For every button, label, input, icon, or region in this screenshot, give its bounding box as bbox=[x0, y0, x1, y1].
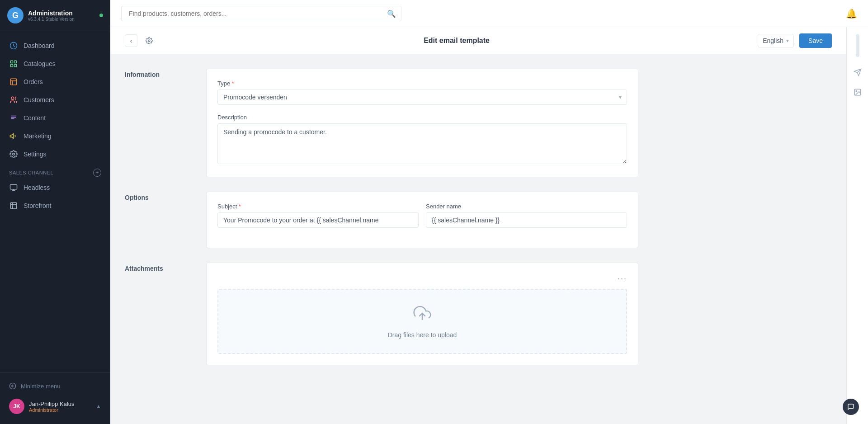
upload-cloud-icon bbox=[413, 304, 431, 326]
image-icon[interactable] bbox=[849, 84, 866, 100]
dashboard-icon bbox=[9, 41, 18, 50]
minimize-menu-button[interactable]: Minimize menu bbox=[0, 378, 110, 394]
svg-rect-9 bbox=[10, 184, 17, 189]
options-label: Options bbox=[125, 194, 149, 201]
type-label: Type * bbox=[217, 80, 627, 87]
save-button[interactable]: Save bbox=[799, 33, 832, 48]
sidebar-item-content[interactable]: Content bbox=[0, 109, 110, 127]
catalogues-icon bbox=[9, 59, 18, 68]
customers-icon bbox=[9, 95, 18, 104]
svg-rect-2 bbox=[14, 61, 17, 63]
storefront-icon bbox=[9, 201, 18, 210]
minimize-icon bbox=[9, 382, 16, 390]
avatar-initials: JK bbox=[13, 403, 20, 410]
settings-icon bbox=[9, 150, 18, 159]
information-section-wrapper: Information Type * Promocode versenden ▾ bbox=[110, 54, 653, 192]
attachments-label-col: Attachments bbox=[125, 263, 206, 365]
user-profile[interactable]: JK Jan-Philipp Kalus Administrator ▲ bbox=[0, 394, 110, 419]
sidebar-item-orders-label: Orders bbox=[24, 78, 43, 85]
sender-name-input[interactable] bbox=[426, 212, 627, 228]
attachments-section-wrapper: Attachments ··· Drag files here to uploa… bbox=[110, 263, 653, 380]
type-form-group: Type * Promocode versenden ▾ bbox=[217, 80, 627, 105]
sidebar-item-marketing[interactable]: Marketing bbox=[0, 127, 110, 145]
information-label-col: Information bbox=[125, 69, 206, 177]
back-button[interactable]: ‹ bbox=[125, 34, 137, 47]
headless-icon bbox=[9, 183, 18, 192]
options-grid: Subject * Sender name bbox=[217, 203, 627, 237]
svg-rect-10 bbox=[10, 203, 17, 209]
content-icon bbox=[9, 113, 18, 122]
sender-name-label: Sender name bbox=[426, 203, 627, 210]
user-role: Administrator bbox=[29, 407, 91, 413]
sidebar-item-marketing-label: Marketing bbox=[24, 132, 51, 140]
sidebar-item-catalogues[interactable]: Catalogues bbox=[0, 55, 110, 73]
brand-info: Administration v6.3.4.1 Stable Version bbox=[28, 9, 75, 22]
sidebar-item-customers[interactable]: Customers bbox=[0, 91, 110, 109]
notification-bell-icon[interactable]: 🔔 bbox=[846, 8, 857, 19]
marketing-icon bbox=[9, 132, 18, 141]
description-form-group: Description Sending a promocode to a cus… bbox=[217, 114, 627, 166]
settings-gear-button[interactable] bbox=[143, 34, 156, 47]
options-card: Subject * Sender name bbox=[206, 192, 638, 248]
sidebar-item-content-label: Content bbox=[24, 114, 46, 122]
type-required: * bbox=[232, 80, 234, 87]
svg-point-17 bbox=[856, 90, 857, 91]
page-header: ‹ Edit email template English ▾ Save bbox=[110, 27, 846, 54]
sidebar-item-settings-label: Settings bbox=[24, 151, 47, 158]
sidebar-header: G Administration v6.3.4.1 Stable Version bbox=[0, 0, 110, 31]
options-section-wrapper: Options Subject * Sender name bbox=[110, 192, 653, 263]
page-title: Edit email template bbox=[161, 37, 752, 45]
dropzone-text: Drag files here to upload bbox=[388, 331, 457, 339]
minimize-label: Minimize menu bbox=[21, 383, 60, 390]
type-select-wrapper: Promocode versenden ▾ bbox=[217, 90, 627, 105]
sidebar-item-settings[interactable]: Settings bbox=[0, 145, 110, 163]
information-card: Type * Promocode versenden ▾ Description… bbox=[206, 69, 638, 177]
avatar: JK bbox=[9, 399, 24, 414]
brand-name: Administration bbox=[28, 9, 75, 17]
attachments-more-button[interactable]: ··· bbox=[618, 274, 627, 283]
sidebar-item-headless[interactable]: Headless bbox=[0, 179, 110, 197]
logo-icon: G bbox=[7, 7, 24, 24]
gear-icon bbox=[146, 37, 153, 44]
sidebar-nav: Dashboard Catalogues Orders Customers Co… bbox=[0, 31, 110, 372]
attachments-label: Attachments bbox=[125, 265, 163, 272]
language-label: English bbox=[763, 37, 783, 44]
subject-form-group: Subject * bbox=[217, 203, 419, 228]
options-label-col: Options bbox=[125, 192, 206, 248]
sidebar-item-orders[interactable]: Orders bbox=[0, 73, 110, 91]
attachments-header: ··· bbox=[217, 274, 627, 283]
svg-rect-1 bbox=[10, 61, 13, 63]
user-chevron-icon: ▲ bbox=[96, 403, 101, 410]
subject-input[interactable] bbox=[217, 212, 419, 228]
main-layout: 🔍 🔔 ‹ Edit email template English ▾ Save bbox=[110, 0, 868, 424]
sidebar-item-storefront[interactable]: Storefront bbox=[0, 197, 110, 215]
sidebar-item-dashboard[interactable]: Dashboard bbox=[0, 37, 110, 55]
language-chevron-icon: ▾ bbox=[786, 38, 789, 44]
send-icon[interactable] bbox=[849, 64, 866, 80]
sidebar: G Administration v6.3.4.1 Stable Version… bbox=[0, 0, 110, 424]
corner-help-icon[interactable] bbox=[843, 399, 859, 415]
svg-rect-5 bbox=[10, 79, 17, 85]
svg-rect-3 bbox=[10, 65, 13, 67]
search-input[interactable] bbox=[121, 6, 401, 21]
add-sales-channel-button[interactable]: + bbox=[93, 169, 101, 177]
online-status-dot bbox=[99, 14, 103, 17]
search-icon: 🔍 bbox=[387, 9, 396, 18]
sender-name-form-group: Sender name bbox=[426, 203, 627, 237]
topbar-right: 🔔 bbox=[846, 8, 857, 19]
sales-channel-section: Sales Channel + bbox=[0, 163, 110, 179]
subject-required: * bbox=[239, 203, 241, 210]
type-select[interactable]: Promocode versenden bbox=[217, 90, 627, 105]
sidebar-footer: Minimize menu JK Jan-Philipp Kalus Admin… bbox=[0, 372, 110, 424]
scrollable-content: ‹ Edit email template English ▾ Save Inf… bbox=[110, 27, 846, 424]
sidebar-item-customers-label: Customers bbox=[24, 96, 54, 104]
attachments-card: ··· Drag files here to upload bbox=[206, 263, 638, 365]
description-textarea[interactable]: Sending a promocode to a customer. bbox=[217, 123, 627, 164]
sidebar-item-storefront-label: Storefront bbox=[24, 202, 51, 209]
subject-label: Subject * bbox=[217, 203, 419, 210]
brand-version: v6.3.4.1 Stable Version bbox=[28, 17, 75, 22]
file-dropzone[interactable]: Drag files here to upload bbox=[217, 289, 627, 354]
language-selector[interactable]: English ▾ bbox=[758, 34, 794, 47]
user-info: Jan-Philipp Kalus Administrator bbox=[29, 400, 91, 413]
sidebar-item-catalogues-label: Catalogues bbox=[24, 60, 56, 67]
